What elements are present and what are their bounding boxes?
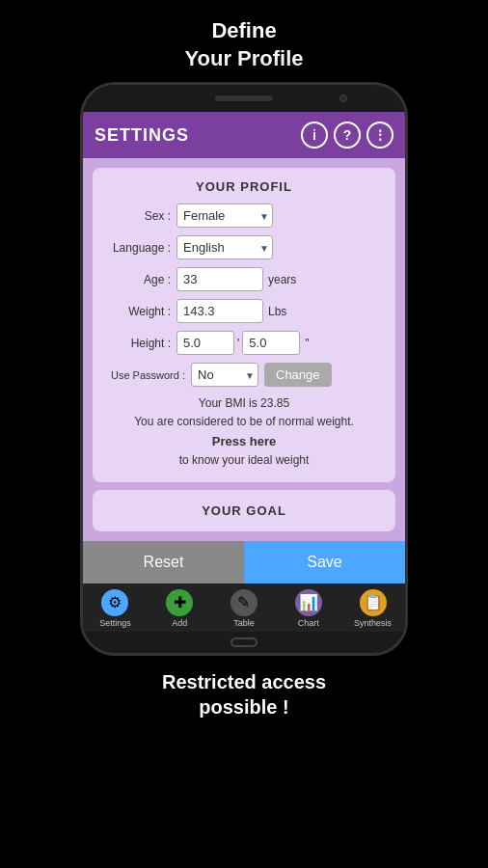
- nav-item-table[interactable]: ✎ Table: [220, 589, 268, 628]
- weight-input[interactable]: [176, 299, 263, 323]
- age-label: Age :: [104, 273, 176, 286]
- sex-row: Sex : Female Male ▼: [104, 203, 384, 228]
- weight-row: Weight : Lbs: [104, 299, 384, 323]
- sex-select[interactable]: Female Male: [176, 203, 273, 228]
- language-row: Language : English French Spanish ▼: [104, 235, 384, 259]
- password-select-wrapper: No Yes ▼: [191, 363, 258, 387]
- language-select[interactable]: English French Spanish: [176, 235, 273, 259]
- ideal-weight-text: to know your ideal weight: [104, 451, 384, 470]
- height-separator: ': [237, 337, 239, 350]
- age-unit: years: [268, 273, 296, 286]
- nav-item-chart[interactable]: 📊 Chart: [285, 589, 333, 628]
- app-title: SETTINGS: [95, 125, 189, 146]
- more-button[interactable]: ⋮: [366, 122, 393, 149]
- save-button[interactable]: Save: [244, 541, 405, 583]
- nav-label-table: Table: [233, 618, 255, 628]
- phone-top-bar: [83, 85, 405, 112]
- bottom-caption: Restricted accesspossible !: [162, 669, 326, 719]
- password-select[interactable]: No Yes: [191, 363, 258, 387]
- phone-home-button[interactable]: [230, 637, 258, 647]
- phone-shell: SETTINGS i ? ⋮ YOUR PROFIL Sex : Female …: [80, 82, 408, 655]
- nav-bar: ⚙ Settings ✚ Add ✎ Table 📊 Chart 📋 Synth…: [83, 583, 405, 632]
- nav-item-synthesis[interactable]: 📋 Synthesis: [349, 589, 397, 628]
- page-title: Define Your Profile: [184, 17, 303, 72]
- settings-nav-icon: ⚙: [101, 589, 128, 616]
- language-select-wrapper: English French Spanish ▼: [176, 235, 273, 259]
- bmi-status-text: You are considered to be of normal weigh…: [104, 413, 384, 431]
- phone-bottom-bar: [83, 632, 405, 653]
- profile-card-title: YOUR PROFIL: [104, 179, 384, 194]
- help-button[interactable]: ?: [334, 122, 361, 149]
- bottom-buttons: Reset Save: [83, 541, 405, 583]
- password-row: Use Password : No Yes ▼ Change: [104, 363, 384, 387]
- bmi-value-text: Your BMI is 23.85: [104, 394, 384, 413]
- info-button[interactable]: i: [301, 122, 328, 149]
- add-nav-icon: ✚: [166, 589, 193, 616]
- sex-select-wrapper: Female Male ▼: [176, 203, 273, 228]
- weight-unit: Lbs: [268, 305, 286, 318]
- nav-item-settings[interactable]: ⚙ Settings: [91, 589, 139, 628]
- height-inches-input[interactable]: [242, 331, 300, 355]
- goal-card: YOUR GOAL: [93, 490, 395, 531]
- height-feet-input[interactable]: [176, 331, 234, 355]
- change-password-button[interactable]: Change: [264, 363, 332, 387]
- age-input[interactable]: [176, 267, 263, 291]
- goal-card-title: YOUR GOAL: [106, 503, 382, 518]
- bmi-section: Your BMI is 23.85 You are considered to …: [104, 394, 384, 470]
- phone-speaker: [215, 95, 273, 101]
- profile-card: YOUR PROFIL Sex : Female Male ▼ Language…: [93, 168, 395, 481]
- nav-label-add: Add: [172, 618, 187, 628]
- nav-label-synthesis: Synthesis: [354, 618, 392, 628]
- phone-camera: [339, 95, 347, 102]
- height-inputs: ' ": [176, 331, 310, 355]
- height-row: Height : ' ": [104, 331, 384, 355]
- table-nav-icon: ✎: [230, 589, 258, 616]
- nav-item-add[interactable]: ✚ Add: [155, 589, 203, 628]
- reset-button[interactable]: Reset: [83, 541, 244, 583]
- nav-label-settings: Settings: [99, 618, 131, 628]
- chart-nav-icon: 📊: [295, 589, 322, 616]
- header-icons: i ? ⋮: [301, 122, 393, 149]
- synthesis-nav-icon: 📋: [360, 589, 387, 616]
- app-header: SETTINGS i ? ⋮: [83, 112, 405, 158]
- height-label: Height :: [104, 337, 176, 350]
- press-here-text[interactable]: Press here: [104, 432, 384, 452]
- app-content: YOUR PROFIL Sex : Female Male ▼ Language…: [83, 158, 405, 540]
- sex-label: Sex :: [104, 209, 176, 223]
- language-label: Language :: [104, 241, 176, 255]
- password-label: Use Password :: [104, 369, 191, 381]
- height-unit: ": [305, 337, 309, 350]
- nav-label-chart: Chart: [298, 618, 319, 628]
- age-row: Age : years: [104, 267, 384, 291]
- password-controls: No Yes ▼ Change: [191, 363, 332, 387]
- weight-label: Weight :: [104, 305, 176, 318]
